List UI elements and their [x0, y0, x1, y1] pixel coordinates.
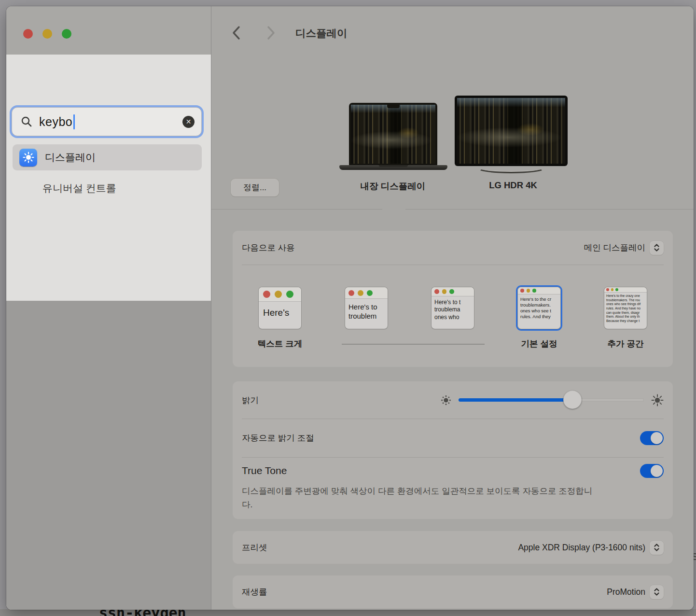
display-settings-pane: 디스플레이 내장 디스플레이 LG HDR 4K 정렬... 다음으로 사용 메… [211, 6, 694, 610]
true-tone-label: True Tone [242, 465, 287, 476]
use-as-value: 메인 디스플레이 [584, 242, 645, 253]
refresh-rate-control[interactable]: ProMotion [607, 585, 664, 599]
mini-window-titlebar [518, 287, 560, 294]
sidebar-item-label: 디스플레이 [45, 151, 96, 164]
search-query-text: keybo [39, 115, 72, 129]
scaling-label-larger-text: 텍스트 크게 [258, 338, 302, 350]
selected-display-pointer [383, 201, 405, 210]
mini-window-titlebar [259, 287, 301, 302]
window-controls [23, 29, 71, 39]
scaling-label-more-space: 추가 공간 [608, 338, 644, 350]
sidebar-dimmed-area [6, 301, 211, 610]
page-title: 디스플레이 [295, 26, 348, 40]
search-icon [21, 116, 32, 127]
monitor-stand [477, 164, 545, 173]
builtin-display-thumbnail[interactable] [349, 103, 437, 166]
sidebar: keybo ✕ 디스플레이 [6, 6, 211, 610]
preset-value: Apple XDR Display (P3-1600 nits) [518, 543, 645, 553]
scaling-option-more-space[interactable]: Here's to the crazy one troublemakers. T… [604, 287, 647, 329]
close-button[interactable] [23, 29, 33, 39]
scaling-option-3[interactable]: Here's to t troublema ones who [432, 287, 474, 329]
back-button[interactable] [231, 26, 242, 40]
arrange-button[interactable]: 정렬... [231, 179, 279, 196]
refresh-rate-card: 재생률 ProMotion [233, 575, 673, 608]
refresh-rate-stepper[interactable] [650, 585, 664, 599]
text-cursor [73, 114, 75, 129]
slider-track[interactable] [459, 398, 644, 402]
slider-fill [459, 398, 572, 402]
preset-card: 프리셋 Apple XDR Display (P3-1600 nits) [233, 531, 673, 564]
brightness-card: 밝기 [233, 381, 673, 519]
builtin-display-label: 내장 디스플레이 [361, 180, 426, 192]
sidebar-item-label: 유니버설 컨트롤 [42, 182, 116, 195]
chevron-up-down-icon [654, 543, 660, 552]
laptop-base [339, 165, 447, 170]
refresh-rate-value: ProMotion [607, 587, 645, 597]
slider-knob[interactable] [563, 391, 582, 409]
preset-label: 프리셋 [242, 542, 267, 553]
brightness-slider[interactable] [441, 394, 664, 406]
brightness-label: 밝기 [242, 394, 259, 406]
search-results-panel: keybo ✕ 디스플레이 [6, 55, 211, 301]
system-settings-window: keybo ✕ 디스플레이 [6, 6, 694, 610]
scaling-option-larger-text[interactable]: Here's [259, 287, 301, 329]
external-display-thumbnail[interactable] [455, 96, 568, 166]
external-display-label: LG HDR 4K [489, 180, 537, 191]
sidebar-item-displays[interactable]: 디스플레이 [13, 144, 202, 170]
use-as-control[interactable]: 메인 디스플레이 [584, 241, 664, 255]
scaling-option-2[interactable]: Here's to troublem [345, 287, 388, 329]
forward-button[interactable] [265, 26, 276, 40]
chevron-up-down-icon [654, 243, 660, 252]
scaling-option-default[interactable]: Here's to the cr troublemakers. ones who… [518, 287, 560, 329]
laptop-notch [387, 105, 400, 108]
section-divider [211, 209, 694, 210]
clear-search-button[interactable]: ✕ [182, 116, 195, 128]
display-brightness-icon [19, 149, 37, 167]
zoom-button[interactable] [62, 29, 71, 39]
true-tone-description: 디스플레이를 주변광에 맞춰 색상이 다른 환경에서도 일관적으로 보이도록 자… [242, 484, 599, 512]
use-as-label: 다음으로 사용 [242, 242, 295, 253]
chevron-up-down-icon [654, 588, 660, 596]
true-tone-toggle[interactable] [640, 464, 664, 478]
mini-window-titlebar [604, 287, 647, 293]
auto-brightness-toggle[interactable] [640, 431, 664, 445]
mini-window-titlebar [345, 287, 388, 299]
sidebar-item-universal-control[interactable]: 유니버설 컨트롤 [42, 181, 116, 196]
preset-control[interactable]: Apple XDR Display (P3-1600 nits) [518, 541, 664, 555]
scaling-scale-line [342, 344, 485, 345]
brightness-high-icon [651, 394, 664, 406]
minimize-button[interactable] [42, 29, 52, 39]
refresh-rate-label: 재생률 [242, 586, 267, 598]
search-input[interactable]: keybo ✕ [12, 107, 202, 136]
preset-stepper[interactable] [650, 541, 664, 555]
brightness-low-icon [441, 395, 451, 406]
auto-brightness-label: 자동으로 밝기 조절 [242, 432, 314, 444]
wallpaper-preview [457, 98, 565, 164]
scaling-label-default: 기본 설정 [521, 338, 557, 350]
display-mode-card: 다음으로 사용 메인 디스플레이 Here's [233, 231, 673, 367]
wallpaper-preview [351, 105, 435, 164]
mini-window-titlebar [432, 287, 474, 296]
use-as-stepper[interactable] [650, 241, 664, 255]
